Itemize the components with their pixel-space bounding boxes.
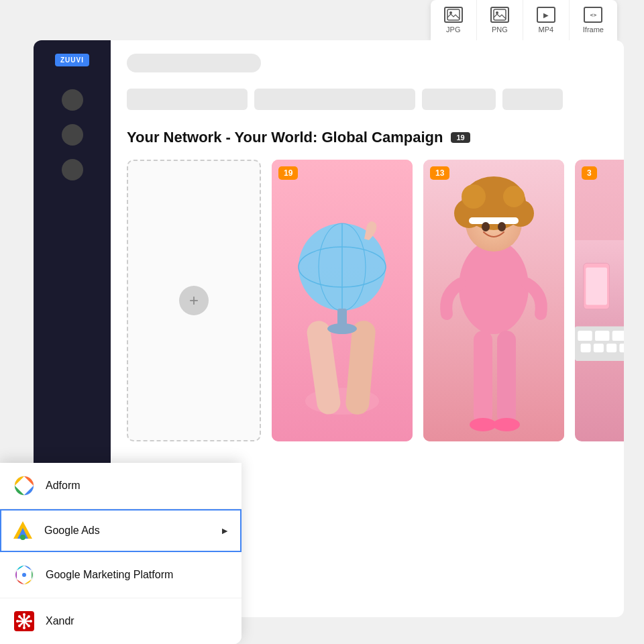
- sidebar-item-3[interactable]: [62, 159, 83, 180]
- svg-point-53: [23, 613, 25, 616]
- svg-point-55: [16, 620, 19, 623]
- svg-point-58: [28, 625, 30, 627]
- svg-point-20: [462, 184, 486, 209]
- creative-card-globe[interactable]: 19: [272, 160, 413, 441]
- jpg-label: JPG: [446, 25, 460, 34]
- export-jpg-button[interactable]: JPG: [431, 0, 477, 40]
- sidebar-item-1[interactable]: [62, 89, 83, 111]
- svg-point-54: [23, 627, 25, 629]
- svg-point-27: [470, 418, 496, 431]
- platform-dropdown: Adform Google Ads ►: [0, 463, 241, 644]
- xandr-label: Xandr: [46, 615, 228, 627]
- png-label: PNG: [492, 25, 508, 34]
- globe-card-badge: 19: [278, 166, 298, 180]
- svg-point-57: [18, 615, 21, 618]
- svg-rect-0: [447, 9, 460, 20]
- xandr-icon: [13, 610, 35, 632]
- svg-rect-26: [497, 331, 516, 425]
- svg-rect-37: [594, 343, 604, 352]
- jpg-icon: [444, 7, 463, 23]
- svg-rect-33: [578, 331, 592, 341]
- adform-label: Adform: [46, 480, 228, 492]
- adform-icon: [13, 475, 35, 496]
- mp4-icon: [537, 7, 555, 23]
- svg-point-60: [18, 625, 21, 627]
- svg-point-56: [30, 620, 32, 623]
- gmp-label: Google Marketing Platform: [46, 569, 228, 581]
- iframe-icon: [584, 7, 602, 23]
- chevron-right-icon: ►: [220, 525, 229, 536]
- svg-point-59: [28, 615, 30, 618]
- svg-rect-25: [474, 331, 492, 425]
- filter-pill-4[interactable]: [502, 89, 563, 110]
- svg-point-47: [22, 573, 26, 577]
- filter-row: [127, 89, 608, 110]
- filter-pill-3[interactable]: [422, 89, 496, 110]
- svg-rect-35: [612, 331, 624, 341]
- svg-rect-31: [586, 268, 607, 305]
- svg-point-23: [482, 222, 490, 231]
- export-toolbar: JPG PNG MP4 Iframe: [431, 0, 617, 40]
- dropdown-item-gmp[interactable]: Google Marketing Platform: [0, 552, 241, 598]
- creative-card-partial[interactable]: 3: [575, 160, 624, 441]
- filter-pill-1[interactable]: [127, 89, 248, 110]
- campaign-badge: 19: [451, 132, 470, 143]
- svg-rect-2: [494, 9, 506, 20]
- add-icon: +: [179, 286, 209, 315]
- svg-rect-38: [606, 343, 616, 352]
- dropdown-item-google-ads[interactable]: Google Ads ►: [0, 509, 241, 552]
- dropdown-item-xandr[interactable]: Xandr: [0, 598, 241, 644]
- export-png-button[interactable]: PNG: [477, 0, 523, 40]
- svg-point-21: [503, 186, 525, 207]
- svg-rect-34: [595, 331, 609, 341]
- svg-rect-39: [619, 343, 624, 352]
- svg-point-44: [20, 535, 25, 540]
- woman-card-badge: 13: [430, 166, 449, 180]
- svg-rect-36: [581, 343, 591, 352]
- export-mp4-button[interactable]: MP4: [523, 0, 570, 40]
- svg-rect-22: [469, 217, 519, 224]
- svg-point-24: [498, 222, 506, 231]
- google-ads-icon: [12, 520, 34, 541]
- gmp-icon: [13, 564, 35, 586]
- partial-card-badge: 3: [582, 166, 597, 180]
- creative-grid: +: [127, 160, 608, 441]
- png-icon: [490, 7, 509, 23]
- sidebar-item-2[interactable]: [62, 124, 83, 146]
- google-ads-label: Google Ads: [44, 525, 209, 537]
- filter-pill-2[interactable]: [254, 89, 415, 110]
- app-logo: ZUUVI: [55, 54, 89, 66]
- mp4-label: MP4: [539, 25, 554, 34]
- svg-point-15: [459, 240, 529, 334]
- export-iframe-button[interactable]: Iframe: [570, 0, 617, 40]
- svg-point-28: [493, 418, 520, 431]
- creative-card-woman[interactable]: 13: [423, 160, 564, 441]
- svg-point-13: [327, 323, 357, 334]
- svg-point-41: [20, 482, 28, 490]
- campaign-title-row: Your Network - Your World: Global Campai…: [127, 129, 608, 146]
- search-bar[interactable]: [127, 54, 261, 72]
- top-bar: [127, 54, 608, 72]
- dropdown-item-adform[interactable]: Adform: [0, 463, 241, 509]
- iframe-label: Iframe: [583, 25, 604, 34]
- add-creative-button[interactable]: +: [127, 160, 261, 441]
- campaign-title: Your Network - Your World: Global Campai…: [127, 129, 443, 146]
